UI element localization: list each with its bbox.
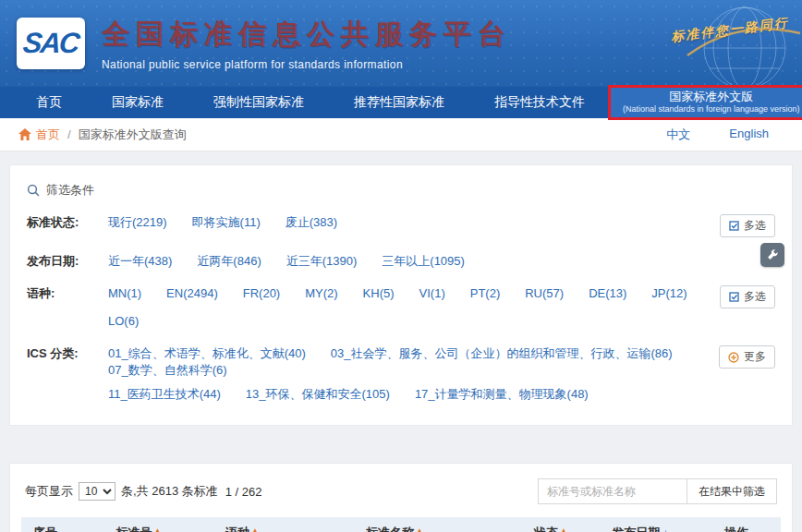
results-table: 序号 标准号▲ 语种▲ 标准名称▲ 状态▲ 发布日期↓ 操作 1 GB 3416… — [21, 517, 781, 532]
sac-logo[interactable]: SAC — [17, 18, 85, 69]
filter-label-date: 发布日期: — [27, 253, 108, 270]
filter-options-date: 近一年(438) 近两年(846) 近三年(1390) 三年以上(1095) — [108, 253, 775, 270]
col-date[interactable]: 发布日期↓ — [589, 517, 692, 532]
filter-panel-title: 筛选条件 — [46, 182, 94, 199]
nav-item-foreign-language-version[interactable]: 国家标准外文版 (National standards in foreign l… — [610, 87, 802, 118]
advanced-tools-button[interactable] — [760, 243, 784, 267]
nav-item-national-standards[interactable]: 国家标准 — [87, 87, 188, 118]
globe-icon — [626, 0, 802, 87]
filter-option[interactable]: FR(20) — [243, 285, 280, 302]
sort-asc-icon: ▲ — [416, 526, 423, 532]
filter-option[interactable]: 现行(2219) — [108, 214, 167, 231]
wrench-icon — [766, 248, 779, 261]
filter-option[interactable]: 近两年(846) — [197, 253, 261, 270]
plus-circle-icon — [728, 352, 739, 363]
nav-item-recommended-standards[interactable]: 推荐性国家标准 — [329, 87, 469, 118]
more-ics-button[interactable]: 更多 — [719, 345, 775, 369]
col-lang[interactable]: 语种▲ — [208, 517, 276, 532]
nav-item-home[interactable]: 首页 — [11, 87, 87, 118]
filter-option[interactable]: VI(1) — [419, 285, 445, 302]
sort-asc-icon: ▲ — [154, 526, 162, 532]
sort-desc-icon: ↓ — [662, 526, 669, 532]
filter-option[interactable]: 03_社会学、服务、公司（企业）的组织和管理、行政、运输(86) — [331, 345, 673, 362]
filter-option[interactable]: MY(2) — [305, 285, 337, 302]
filter-panel-title-row: 筛选条件 — [27, 182, 775, 199]
filter-option[interactable]: 11_医药卫生技术(44) — [108, 386, 221, 403]
filter-option[interactable]: 即将实施(11) — [192, 214, 261, 231]
site-title: 全国标准信息公共服务平台 — [102, 16, 512, 54]
col-code[interactable]: 标准号▲ — [69, 517, 208, 532]
per-page-label: 每页显示 — [25, 483, 73, 500]
filter-label-language: 语种: — [27, 285, 108, 302]
filter-label-ics: ICS 分类: — [27, 345, 108, 362]
filter-panel: 筛选条件 标准状态: 现行(2219) 即将实施(11) 废止(383) 多选 … — [9, 164, 793, 426]
filter-row-status: 标准状态: 现行(2219) 即将实施(11) 废止(383) 多选 — [27, 214, 775, 237]
filter-options-ics: 01_综合、术语学、标准化、文献(40) 03_社会学、服务、公司（企业）的组织… — [108, 345, 706, 403]
multi-select-label: 多选 — [744, 218, 766, 234]
filter-options-status: 现行(2219) 即将实施(11) 废止(383) — [108, 214, 707, 231]
filter-option[interactable]: 三年以上(1095) — [382, 253, 465, 270]
col-name[interactable]: 标准名称▲ — [276, 517, 513, 532]
filter-option[interactable]: DE(13) — [589, 285, 626, 302]
language-switcher: 中文 English — [666, 127, 784, 143]
breadcrumb-home-label: 首页 — [36, 127, 60, 143]
breadcrumb-separator: / — [67, 127, 71, 141]
filter-option[interactable]: 废止(383) — [286, 214, 337, 231]
site-title-block: 全国标准信息公共服务平台 National public service pla… — [102, 16, 512, 71]
lang-zh-link[interactable]: 中文 — [666, 127, 690, 143]
filter-option[interactable]: LO(6) — [108, 313, 139, 330]
main-nav: 首页 国家标准 强制性国家标准 推荐性国家标准 指导性技术文件 国家标准外文版 … — [0, 87, 802, 118]
filter-option[interactable]: 近三年(1390) — [286, 253, 358, 270]
filter-option[interactable]: 13_环保、保健和安全(105) — [246, 386, 390, 403]
col-action: 操作 — [692, 517, 781, 532]
filter-option[interactable]: MN(1) — [108, 285, 141, 302]
nav-item-guiding-documents[interactable]: 指导性技术文件 — [469, 87, 610, 118]
table-header-row: 序号 标准号▲ 语种▲ 标准名称▲ 状态▲ 发布日期↓ 操作 — [21, 517, 781, 532]
site-header: SAC 全国标准信息公共服务平台 National public service… — [0, 0, 802, 87]
filter-option[interactable]: 01_综合、术语学、标准化、文献(40) — [108, 345, 306, 362]
filter-row-ics: ICS 分类: 01_综合、术语学、标准化、文献(40) 03_社会学、服务、公… — [27, 345, 775, 403]
col-status[interactable]: 状态▲ — [513, 517, 589, 532]
home-icon — [18, 128, 31, 140]
filter-options-language: MN(1) EN(2494) FR(20) MY(2) KH(5) VI(1) … — [108, 285, 707, 330]
site-subtitle: National public service platform for sta… — [102, 58, 512, 71]
filter-option[interactable]: 近一年(438) — [108, 253, 172, 270]
filter-label-status: 标准状态: — [27, 214, 108, 231]
magnifier-icon — [27, 184, 40, 197]
lang-en-link[interactable]: English — [729, 127, 769, 143]
checkbox-icon — [729, 221, 739, 231]
sort-asc-icon: ▲ — [560, 526, 567, 532]
filter-row-date: 发布日期: 近一年(438) 近两年(846) 近三年(1390) 三年以上(1… — [27, 253, 775, 270]
nav-item-foreign-sublabel: (National standards in foreign language … — [623, 104, 800, 114]
checkbox-icon — [729, 292, 739, 302]
sac-logo-text: SAC — [21, 27, 79, 60]
results-count: 条,共 2613 条标准 — [121, 483, 218, 500]
results-panel: 每页显示 10 条,共 2613 条标准 1 / 262 在结果中筛选 序号 标… — [9, 463, 793, 532]
filter-option[interactable]: JP(12) — [651, 285, 687, 302]
col-index: 序号 — [21, 517, 69, 532]
results-toolbar: 每页显示 10 条,共 2613 条标准 1 / 262 在结果中筛选 — [25, 478, 777, 504]
filter-option[interactable]: KH(5) — [363, 285, 395, 302]
filter-option[interactable]: RU(57) — [525, 285, 564, 302]
nav-item-foreign-label: 国家标准外文版 — [669, 91, 753, 104]
breadcrumb-home-link[interactable]: 首页 — [18, 127, 60, 143]
per-page-select[interactable]: 10 — [79, 482, 115, 501]
more-label: 更多 — [744, 349, 766, 365]
result-search: 在结果中筛选 — [538, 478, 777, 504]
breadcrumb-current: 国家标准外文版查询 — [79, 127, 187, 143]
result-search-input[interactable] — [538, 478, 687, 504]
breadcrumb: 首页 / 国家标准外文版查询 中文 English — [0, 118, 802, 151]
filter-option[interactable]: 07_数学、自然科学(6) — [108, 362, 227, 379]
filter-row-language: 语种: MN(1) EN(2494) FR(20) MY(2) KH(5) VI… — [27, 285, 775, 330]
multi-select-language-button[interactable]: 多选 — [720, 285, 775, 308]
filter-option[interactable]: EN(2494) — [166, 285, 218, 302]
filter-option[interactable]: 17_计量学和测量、物理现象(48) — [415, 386, 589, 403]
filter-in-results-button[interactable]: 在结果中筛选 — [687, 478, 777, 504]
page-indicator: 1 / 262 — [225, 485, 262, 499]
nav-item-mandatory-standards[interactable]: 强制性国家标准 — [188, 87, 329, 118]
filter-option[interactable]: PT(2) — [470, 285, 501, 302]
sort-asc-icon: ▲ — [251, 526, 259, 532]
multi-select-status-button[interactable]: 多选 — [720, 214, 775, 237]
multi-select-label: 多选 — [744, 289, 766, 305]
